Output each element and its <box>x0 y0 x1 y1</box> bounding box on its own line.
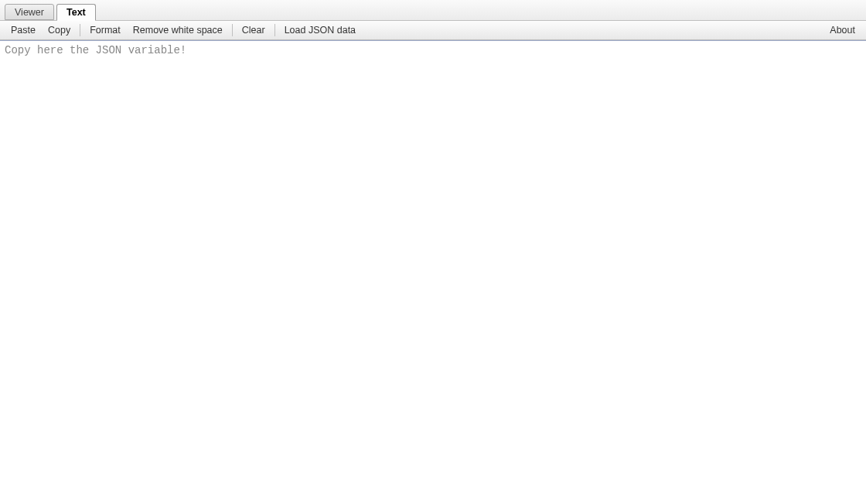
copy-button[interactable]: Copy <box>42 21 77 39</box>
toolbar-separator <box>80 24 80 36</box>
load-json-button[interactable]: Load JSON data <box>278 21 362 39</box>
about-button[interactable]: About <box>823 21 861 39</box>
toolbar: Paste Copy Format Remove white space Cle… <box>0 21 866 40</box>
load-json-button-label: Load JSON data <box>285 25 356 36</box>
format-button-label: Format <box>90 25 121 36</box>
tab-text-label: Text <box>66 7 86 18</box>
remove-whitespace-button-label: Remove white space <box>133 25 223 36</box>
json-text-input[interactable] <box>0 41 866 504</box>
editor-area <box>0 40 866 504</box>
tab-strip: Viewer Text <box>0 0 866 21</box>
tab-viewer-label: Viewer <box>15 7 44 18</box>
tab-viewer[interactable]: Viewer <box>5 4 54 20</box>
format-button[interactable]: Format <box>84 21 127 39</box>
about-button-label: About <box>830 25 855 36</box>
clear-button[interactable]: Clear <box>236 21 271 39</box>
tab-text[interactable]: Text <box>56 4 96 21</box>
copy-button-label: Copy <box>48 25 70 36</box>
paste-button-label: Paste <box>11 25 36 36</box>
remove-whitespace-button[interactable]: Remove white space <box>127 21 229 39</box>
app-root: Viewer Text Paste Copy Format Remove whi… <box>0 0 866 504</box>
toolbar-separator <box>274 24 275 36</box>
clear-button-label: Clear <box>242 25 265 36</box>
paste-button[interactable]: Paste <box>5 21 42 39</box>
toolbar-separator <box>232 24 233 36</box>
